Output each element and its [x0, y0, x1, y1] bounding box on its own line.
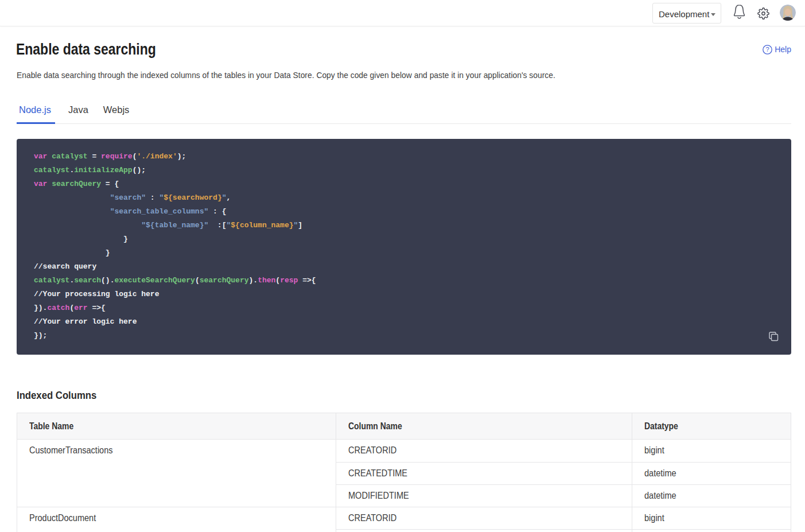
svg-text:?: ?	[766, 46, 769, 53]
